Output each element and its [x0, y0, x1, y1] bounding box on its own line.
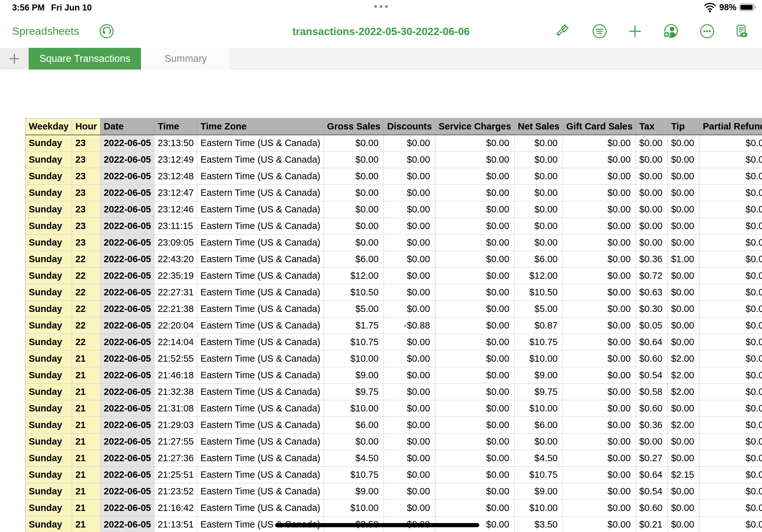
cell-tax[interactable]: $0.00: [636, 218, 668, 234]
cell-tax[interactable]: $0.54: [636, 483, 668, 500]
cell-tax[interactable]: $0.00: [636, 185, 668, 201]
cell-discounts[interactable]: $0.00: [384, 201, 435, 218]
cell-net_sales[interactable]: $0.00: [514, 218, 563, 234]
cell-tip[interactable]: $2.00: [667, 367, 700, 384]
cell-hour[interactable]: 21: [72, 433, 101, 450]
cell-tip[interactable]: $0.00: [667, 234, 700, 251]
more-button[interactable]: [698, 22, 716, 40]
cell-net_sales[interactable]: $0.00: [514, 234, 563, 251]
cell-gift_card_sales[interactable]: $0.00: [563, 284, 636, 301]
cell-gift_card_sales[interactable]: $0.00: [563, 201, 636, 218]
cell-time[interactable]: 22:43:20: [154, 251, 197, 268]
cell-service_charges[interactable]: $0.00: [435, 334, 514, 351]
cell-weekday[interactable]: Sunday: [26, 334, 72, 351]
cell-gross_sales[interactable]: $10.75: [324, 334, 384, 351]
cell-time_zone[interactable]: Eastern Time (US & Canada): [197, 268, 324, 284]
tab-summary[interactable]: Summary: [141, 48, 231, 70]
cell-time_zone[interactable]: Eastern Time (US & Canada): [197, 317, 324, 334]
cell-net_sales[interactable]: $12.00: [514, 268, 563, 284]
cell-weekday[interactable]: Sunday: [26, 301, 72, 317]
cell-tip[interactable]: $0.00: [667, 450, 700, 467]
cell-net_sales[interactable]: $10.50: [514, 284, 563, 301]
cell-tip[interactable]: $0.00: [667, 152, 700, 168]
cell-tax[interactable]: $0.64: [636, 334, 668, 351]
cell-service_charges[interactable]: $0.00: [435, 168, 514, 185]
cell-weekday[interactable]: Sunday: [26, 168, 72, 185]
cell-gift_card_sales[interactable]: $0.00: [563, 450, 636, 467]
cell-gross_sales[interactable]: $1.75: [324, 317, 384, 334]
cell-time_zone[interactable]: Eastern Time (US & Canada): [197, 334, 324, 351]
cell-time[interactable]: 21:31:08: [154, 400, 197, 417]
cell-tax[interactable]: $0.64: [636, 467, 668, 483]
cell-service_charges[interactable]: $0.00: [435, 384, 514, 400]
cell-net_sales[interactable]: $10.75: [514, 467, 563, 483]
cell-partial_refunds[interactable]: $0.00: [700, 467, 762, 483]
cell-weekday[interactable]: Sunday: [26, 251, 72, 268]
column-header-time_zone[interactable]: Time Zone: [197, 118, 324, 135]
cell-gross_sales[interactable]: $10.00: [324, 400, 384, 417]
cell-hour[interactable]: 21: [72, 467, 101, 483]
cell-hour[interactable]: 21: [72, 450, 101, 467]
cell-gross_sales[interactable]: $12.00: [324, 268, 384, 284]
cell-hour[interactable]: 23: [72, 152, 101, 168]
cell-date[interactable]: 2022-06-05: [100, 400, 154, 417]
cell-discounts[interactable]: $0.00: [384, 500, 435, 516]
cell-weekday[interactable]: Sunday: [26, 284, 72, 301]
cell-net_sales[interactable]: $10.00: [514, 400, 563, 417]
cell-partial_refunds[interactable]: $0.00: [700, 334, 762, 351]
column-header-time[interactable]: Time: [154, 118, 197, 135]
cell-discounts[interactable]: $0.00: [384, 251, 435, 268]
cell-discounts[interactable]: $0.00: [384, 234, 435, 251]
cell-net_sales[interactable]: $6.00: [514, 417, 563, 433]
cell-date[interactable]: 2022-06-05: [100, 152, 154, 168]
cell-hour[interactable]: 21: [72, 516, 101, 532]
cell-hour[interactable]: 21: [72, 384, 101, 400]
cell-net_sales[interactable]: $0.00: [514, 201, 563, 218]
cell-weekday[interactable]: Sunday: [26, 516, 72, 532]
cell-tip[interactable]: $0.00: [667, 135, 700, 152]
cell-net_sales[interactable]: $9.00: [514, 483, 563, 500]
cell-weekday[interactable]: Sunday: [26, 500, 72, 516]
cell-weekday[interactable]: Sunday: [26, 218, 72, 234]
cell-tax[interactable]: $0.36: [636, 251, 668, 268]
cell-date[interactable]: 2022-06-05: [100, 301, 154, 317]
cell-gift_card_sales[interactable]: $0.00: [563, 516, 636, 532]
cell-service_charges[interactable]: $0.00: [435, 135, 514, 152]
cell-tax[interactable]: $0.00: [636, 135, 668, 152]
cell-time[interactable]: 21:23:52: [154, 483, 197, 500]
column-header-gross_sales[interactable]: Gross Sales: [324, 118, 384, 135]
cell-date[interactable]: 2022-06-05: [100, 467, 154, 483]
cell-gift_card_sales[interactable]: $0.00: [563, 417, 636, 433]
cell-partial_refunds[interactable]: $0.00: [700, 152, 762, 168]
cell-service_charges[interactable]: $0.00: [435, 467, 514, 483]
cell-service_charges[interactable]: $0.00: [435, 317, 514, 334]
cell-discounts[interactable]: $0.00: [384, 168, 435, 185]
cell-net_sales[interactable]: $0.87: [514, 317, 563, 334]
cell-time[interactable]: 23:12:48: [154, 168, 197, 185]
cell-time_zone[interactable]: Eastern Time (US & Canada): [197, 301, 324, 317]
cell-time[interactable]: 22:20:04: [154, 317, 197, 334]
cell-tip[interactable]: $0.00: [667, 201, 700, 218]
cell-gross_sales[interactable]: $5.00: [324, 301, 384, 317]
column-header-net_sales[interactable]: Net Sales: [514, 118, 563, 135]
cell-gift_card_sales[interactable]: $0.00: [563, 351, 636, 367]
cell-gift_card_sales[interactable]: $0.00: [563, 251, 636, 268]
cell-time[interactable]: 23:12:46: [154, 201, 197, 218]
cell-partial_refunds[interactable]: $0.00: [700, 483, 762, 500]
cell-tip[interactable]: $0.00: [667, 185, 700, 201]
cell-date[interactable]: 2022-06-05: [100, 516, 154, 532]
cell-hour[interactable]: 22: [72, 301, 101, 317]
cell-gift_card_sales[interactable]: $0.00: [563, 218, 636, 234]
cell-weekday[interactable]: Sunday: [26, 384, 72, 400]
cell-weekday[interactable]: Sunday: [26, 483, 72, 500]
cell-service_charges[interactable]: $0.00: [435, 284, 514, 301]
cell-weekday[interactable]: Sunday: [26, 400, 72, 417]
cell-net_sales[interactable]: $10.00: [514, 351, 563, 367]
cell-date[interactable]: 2022-06-05: [100, 334, 154, 351]
cell-hour[interactable]: 21: [72, 483, 101, 500]
cell-time_zone[interactable]: Eastern Time (US & Canada): [197, 251, 324, 268]
cell-time[interactable]: 23:12:49: [154, 152, 197, 168]
cell-service_charges[interactable]: $0.00: [435, 367, 514, 384]
cell-gross_sales[interactable]: $0.00: [324, 185, 384, 201]
cell-gift_card_sales[interactable]: $0.00: [563, 334, 636, 351]
